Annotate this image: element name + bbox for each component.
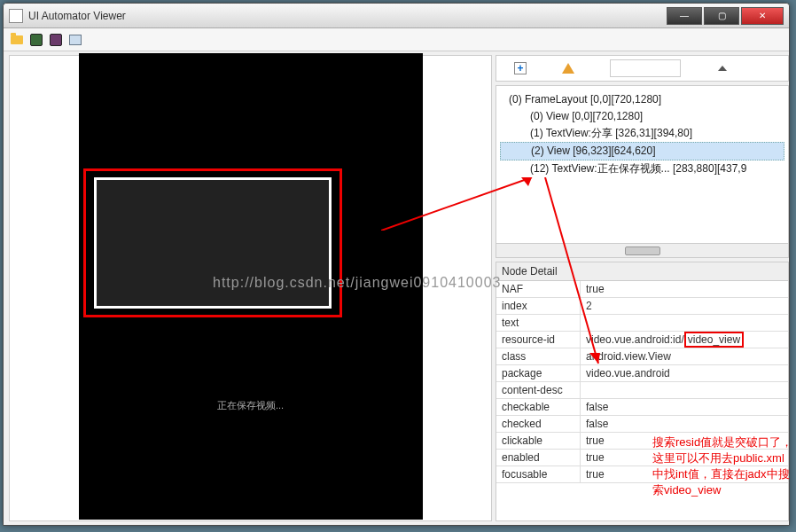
property-value: [581, 382, 788, 398]
device-screenshot-button[interactable]: [28, 32, 44, 48]
property-key: content-desc: [496, 382, 581, 398]
device-icon: [30, 34, 43, 46]
content-area: 正在保存视频... + (0) FrameLayout [0,0][720,12…: [4, 51, 789, 525]
scrollbar-thumb[interactable]: [625, 246, 660, 255]
save-button[interactable]: [67, 32, 83, 48]
property-key: package: [496, 365, 581, 381]
property-row[interactable]: enabledtrue: [496, 450, 788, 466]
property-row[interactable]: index2: [496, 298, 788, 315]
minimize-button[interactable]: —: [667, 7, 702, 25]
open-button[interactable]: [9, 32, 25, 48]
toolbar: [4, 28, 789, 51]
tree-node[interactable]: (12) TextView:正在保存视频... [283,880][437,9: [500, 160, 784, 177]
property-value: 2: [581, 298, 788, 314]
naf-toggle-button[interactable]: [562, 63, 574, 74]
tree-node[interactable]: (2) View [96,323][624,620]: [500, 142, 784, 160]
tree-node[interactable]: (0) View [0,0][720,1280]: [500, 108, 784, 125]
highlighted-value: video_view: [684, 332, 744, 348]
property-key: class: [496, 348, 581, 364]
titlebar[interactable]: UI Automator Viewer — ▢ ✕: [4, 4, 789, 28]
property-row[interactable]: checkedfalse: [496, 416, 788, 433]
maximize-button[interactable]: ▢: [704, 7, 739, 25]
property-row[interactable]: resource-idvideo.vue.android:id/video_vi…: [496, 332, 788, 348]
property-key: index: [496, 298, 581, 314]
property-value: true: [581, 281, 788, 297]
expand-all-button[interactable]: +: [514, 62, 527, 74]
property-value: true: [581, 466, 788, 482]
property-row[interactable]: text: [496, 315, 788, 332]
property-value: video.vue.android:id/video_view: [581, 332, 788, 348]
property-value: android.view.View: [581, 348, 788, 364]
folder-icon: [11, 35, 23, 44]
node-detail-header: Node Detail: [496, 262, 788, 281]
property-key: checked: [496, 416, 581, 432]
property-key: NAF: [496, 281, 581, 297]
property-row[interactable]: clickabletrue: [496, 433, 788, 450]
property-row[interactable]: focusabletrue: [496, 466, 788, 483]
property-value: true: [581, 433, 788, 449]
window-title: UI Automator Viewer: [28, 10, 665, 22]
device-screenshot-compressed-button[interactable]: [48, 32, 64, 48]
property-value: video.vue.android: [581, 365, 788, 381]
property-key: enabled: [496, 450, 581, 466]
collapse-button[interactable]: [716, 62, 729, 74]
tree-node[interactable]: (1) TextView:分享 [326,31][394,80]: [500, 125, 784, 142]
property-row[interactable]: packagevideo.vue.android: [496, 365, 788, 382]
property-key: clickable: [496, 433, 581, 449]
tree-node[interactable]: (0) FrameLayout [0,0][720,1280]: [500, 91, 784, 108]
close-button[interactable]: ✕: [741, 7, 784, 25]
property-key: resource-id: [496, 332, 581, 348]
node-detail-pane: Node Detail NAFtrueindex2textresource-id…: [496, 262, 789, 521]
tree-toolbar: +: [496, 55, 789, 82]
screenshot-pane[interactable]: 正在保存视频...: [9, 55, 492, 521]
property-table[interactable]: NAFtrueindex2textresource-idvideo.vue.an…: [496, 281, 788, 520]
inspector-pane: + (0) FrameLayout [0,0][720,1280](0) Vie…: [496, 55, 789, 521]
property-row[interactable]: content-desc: [496, 382, 788, 399]
property-value: [581, 315, 788, 331]
hierarchy-tree[interactable]: (0) FrameLayout [0,0][720,1280](0) View …: [496, 85, 789, 258]
search-input[interactable]: [610, 59, 681, 77]
horizontal-scrollbar[interactable]: [496, 243, 788, 257]
property-row[interactable]: classandroid.view.View: [496, 348, 788, 365]
device-screenshot[interactable]: 正在保存视频...: [79, 53, 423, 520]
app-icon: [9, 9, 23, 23]
property-key: text: [496, 315, 581, 331]
property-row[interactable]: NAFtrue: [496, 281, 788, 298]
property-key: checkable: [496, 399, 581, 415]
device-icon: [50, 34, 62, 46]
property-value: true: [581, 450, 788, 466]
property-value: false: [581, 399, 788, 415]
app-window: UI Automator Viewer — ▢ ✕ 正在保存视频... +: [3, 3, 790, 526]
selection-highlight-inner: [94, 177, 332, 309]
save-icon: [69, 35, 82, 45]
property-row[interactable]: checkablefalse: [496, 399, 788, 416]
property-key: focusable: [496, 466, 581, 482]
screenshot-text: 正在保存视频...: [79, 399, 423, 412]
property-value: false: [581, 416, 788, 432]
